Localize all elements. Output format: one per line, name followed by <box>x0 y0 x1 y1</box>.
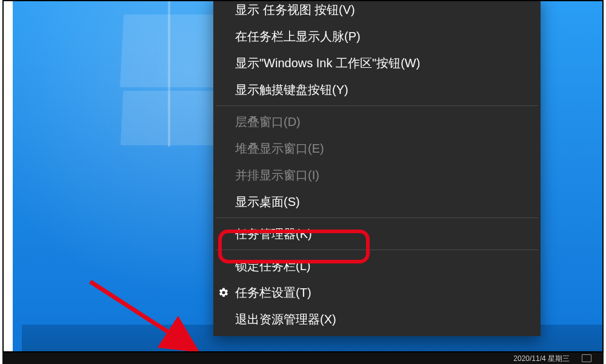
left-gutter <box>4 1 13 351</box>
gear-icon <box>218 287 229 298</box>
menu-item-label: 锁定任务栏(L) <box>235 259 310 273</box>
menu-item-label: 在任务栏上显示人脉(P) <box>235 30 361 43</box>
menu-item-show-ink-workspace[interactable]: 显示"Windows Ink 工作区"按钮(W) <box>213 50 541 76</box>
menu-item-side-by-side-windows: 并排显示窗口(I) <box>213 162 541 188</box>
screenshot-frame: 显示 任务视图 按钮(V)在任务栏上显示人脉(P)显示"Windows Ink … <box>2 0 604 352</box>
menu-item-show-task-view[interactable]: 显示 任务视图 按钮(V) <box>213 0 541 23</box>
menu-item-task-manager[interactable]: 任务管理器(K) <box>213 220 541 247</box>
menu-item-label: 任务管理器(K) <box>235 227 312 240</box>
menu-item-show-desktop[interactable]: 显示桌面(S) <box>213 188 541 215</box>
menu-item-label: 显示"Windows Ink 工作区"按钮(W) <box>235 56 420 70</box>
menu-item-label: 显示 任务视图 按钮(V) <box>235 3 355 16</box>
taskbar-context-menu: 显示 任务视图 按钮(V)在任务栏上显示人脉(P)显示"Windows Ink … <box>213 0 541 336</box>
menu-item-label: 显示桌面(S) <box>235 195 300 208</box>
menu-separator <box>216 250 538 250</box>
menu-item-lock-taskbar[interactable]: 锁定任务栏(L) <box>213 253 541 279</box>
menu-item-label: 显示触摸键盘按钮(Y) <box>235 83 348 96</box>
menu-item-label: 并排显示窗口(I) <box>235 168 319 182</box>
tray-icon <box>582 354 591 362</box>
menu-separator <box>216 217 538 218</box>
menu-item-cascade-windows: 层叠窗口(D) <box>213 108 541 135</box>
canvas: 显示 任务视图 按钮(V)在任务栏上显示人脉(P)显示"Windows Ink … <box>0 0 606 364</box>
menu-item-show-people[interactable]: 在任务栏上显示人脉(P) <box>213 23 541 50</box>
menu-item-exit-explorer[interactable]: 退出资源管理器(X) <box>213 306 541 333</box>
menu-separator <box>216 105 538 106</box>
menu-item-label: 退出资源管理器(X) <box>235 313 336 326</box>
menu-item-taskbar-settings[interactable]: 任务栏设置(T) <box>213 279 541 306</box>
menu-item-show-touch-keyboard[interactable]: 显示触摸键盘按钮(Y) <box>213 76 541 103</box>
tray-datetime: 2020/11/4 星期三 <box>513 354 570 364</box>
window-status-bar: 2020/11/4 星期三 <box>2 352 604 364</box>
menu-item-label: 任务栏设置(T) <box>235 286 311 299</box>
menu-item-stack-windows: 堆叠显示窗口(E) <box>213 135 541 162</box>
menu-item-label: 堆叠显示窗口(E) <box>235 142 324 155</box>
menu-item-label: 层叠窗口(D) <box>235 115 301 128</box>
light-beam <box>168 1 170 147</box>
